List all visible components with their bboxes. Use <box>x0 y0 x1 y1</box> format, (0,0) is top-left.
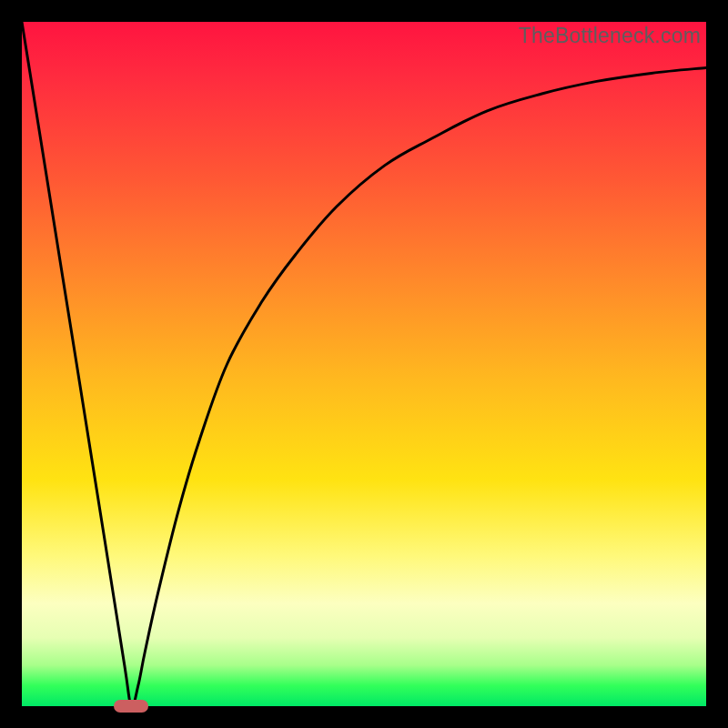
minimum-marker <box>114 700 148 713</box>
bottleneck-curve <box>22 22 706 706</box>
plot-area: TheBottleneck.com <box>22 22 706 706</box>
chart-frame: TheBottleneck.com <box>0 0 728 728</box>
